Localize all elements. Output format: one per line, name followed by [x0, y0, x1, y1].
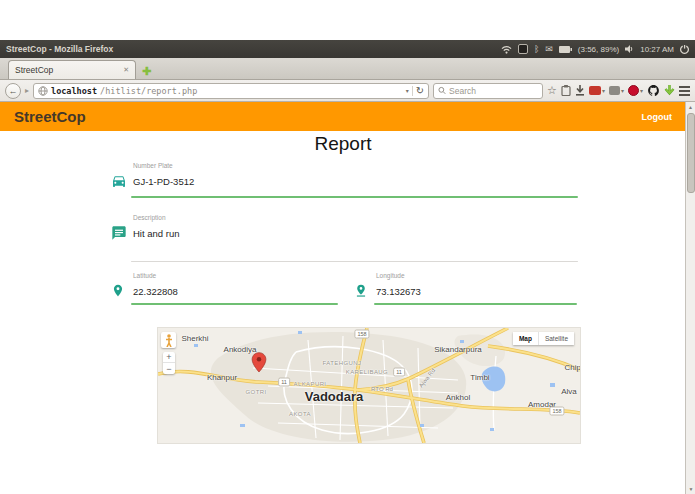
field-longitude: Longitude 73.132673 — [354, 272, 578, 299]
zoom-in-button[interactable]: + — [163, 352, 175, 363]
scrollbar[interactable]: ▲ ▼ — [685, 102, 695, 494]
chevron-down-icon[interactable]: ▾ — [602, 87, 605, 94]
map-type-control: Map Satellite — [513, 332, 574, 345]
brand-title[interactable]: StreetCop — [14, 108, 86, 125]
tab-close-icon[interactable]: ✕ — [123, 66, 129, 74]
power-menu-icon[interactable] — [680, 45, 689, 54]
map-zoom-control: + − — [163, 352, 175, 374]
car-icon — [111, 173, 127, 189]
input-underline — [131, 196, 578, 198]
map-label: FATEHGUNJ — [323, 360, 362, 366]
input-underline — [374, 303, 577, 305]
github-button[interactable] — [647, 84, 660, 97]
description-input[interactable]: Hit and run — [133, 228, 179, 239]
navigation-toolbar: ← ▸ localhost/hitlist/report.php ▾ ↻ ☆ — [0, 80, 695, 102]
map-label: Sherkhi — [181, 334, 208, 343]
map-type-satellite-button[interactable]: Satellite — [539, 332, 574, 345]
back-button[interactable]: ← — [5, 83, 21, 99]
map-label: Timbi — [470, 373, 489, 382]
route-shield: 11 — [278, 378, 290, 387]
map-label: Sikandarpura — [434, 345, 482, 354]
input-underline — [131, 303, 338, 305]
system-tray: ᛒ ✉ (3:56, 89%) 10:27 AM — [501, 44, 689, 54]
map[interactable]: SherkhiAnkodiyaKhanpurGOTRIALKAPURIFATEH… — [158, 328, 580, 443]
addon-green-download-button[interactable] — [664, 85, 675, 97]
scrollbar-thumb[interactable] — [687, 113, 695, 193]
volume-icon[interactable] — [625, 45, 634, 53]
app-header: StreetCop Logout — [0, 102, 686, 131]
map-artwork — [158, 328, 580, 443]
window-titlebar: StreetCop - Mozilla Firefox ᛒ ✉ (3:56, 8… — [0, 40, 695, 58]
adblock-button[interactable]: ▾ — [628, 85, 643, 96]
input-underline — [131, 261, 578, 262]
keyboard-indicator-icon[interactable] — [518, 44, 528, 54]
latitude-label: Latitude — [133, 272, 338, 279]
mail-icon[interactable]: ✉ — [545, 45, 553, 54]
tab-title: StreetCop — [15, 65, 123, 75]
forward-button[interactable]: ▸ — [25, 86, 29, 95]
search-icon — [438, 86, 446, 95]
message-icon — [111, 225, 127, 241]
map-label: GOTRI — [246, 389, 267, 395]
route-shield: 158 — [354, 330, 369, 339]
number-plate-input[interactable]: GJ-1-PD-3512 — [133, 176, 194, 187]
clipboard-button[interactable] — [561, 85, 571, 96]
bluetooth-icon[interactable]: ᛒ — [534, 45, 539, 54]
scroll-down-icon[interactable]: ▼ — [686, 484, 695, 494]
window-title: StreetCop - Mozilla Firefox — [6, 44, 113, 54]
number-plate-label: Number Plate — [133, 162, 578, 169]
bookmark-star-icon[interactable]: ☆ — [547, 85, 557, 96]
url-dropdown-icon[interactable]: ▾ — [406, 87, 409, 94]
street-view-pegman-icon[interactable] — [161, 332, 176, 348]
location-pin-icon — [111, 283, 127, 299]
scroll-up-icon[interactable]: ▲ — [686, 102, 695, 112]
map-label: Khanpur — [207, 373, 237, 382]
url-host: localhost — [51, 86, 97, 96]
addon-gray-button[interactable]: ▾ — [609, 86, 624, 95]
map-type-map-button[interactable]: Map — [513, 332, 539, 345]
reload-icon[interactable]: ↻ — [416, 86, 424, 96]
field-description: Description Hit and run — [111, 214, 578, 241]
chevron-down-icon[interactable]: ▾ — [640, 87, 643, 94]
field-number-plate: Number Plate GJ-1-PD-3512 — [111, 162, 578, 189]
page-title: Report — [0, 133, 686, 155]
clock-text[interactable]: 10:27 AM — [640, 45, 674, 54]
new-tab-button[interactable]: ✚ — [142, 66, 151, 77]
map-label: Vadodara — [305, 389, 364, 404]
downloads-button[interactable] — [575, 85, 585, 96]
search-input[interactable] — [449, 86, 538, 96]
map-marker-icon[interactable] — [251, 352, 267, 377]
logout-link[interactable]: Logout — [642, 112, 673, 122]
map-label: AKOTA — [289, 411, 311, 417]
route-shield: 158 — [549, 407, 564, 416]
wifi-icon[interactable] — [501, 45, 512, 54]
screenshot-root: StreetCop - Mozilla Firefox ᛒ ✉ (3:56, 8… — [0, 0, 695, 494]
route-shield: 11 — [393, 368, 405, 377]
search-box[interactable] — [433, 83, 543, 99]
map-label: Alva — [561, 387, 577, 396]
battery-text[interactable]: (3:56, 89%) — [578, 45, 619, 54]
map-label: Ankhol — [446, 393, 470, 402]
map-label: KARELIBAUG — [346, 369, 388, 375]
pin-drop-icon — [354, 283, 370, 299]
field-latitude: Latitude 22.322808 — [111, 272, 338, 299]
site-globe-icon — [38, 86, 48, 96]
map-label: RTO Rd — [371, 386, 393, 392]
zoom-out-button[interactable]: − — [163, 363, 175, 374]
tab-bar: StreetCop ✕ ✚ — [0, 58, 695, 80]
addon-red-button[interactable]: ▾ — [589, 86, 605, 95]
map-label: ALKAPURI — [294, 381, 327, 387]
menu-button[interactable] — [679, 86, 690, 96]
tab-streetcop[interactable]: StreetCop ✕ — [8, 60, 136, 79]
battery-icon[interactable] — [559, 46, 572, 53]
longitude-input[interactable]: 73.132673 — [376, 286, 421, 297]
description-label: Description — [133, 214, 578, 221]
longitude-label: Longitude — [376, 272, 578, 279]
url-path: /hitlist/report.php — [100, 86, 197, 96]
url-field[interactable]: localhost/hitlist/report.php ▾ ↻ — [33, 83, 429, 99]
chevron-down-icon[interactable]: ▾ — [621, 87, 624, 94]
latitude-input[interactable]: 22.322808 — [133, 286, 178, 297]
map-label: Chipa — [565, 363, 580, 372]
